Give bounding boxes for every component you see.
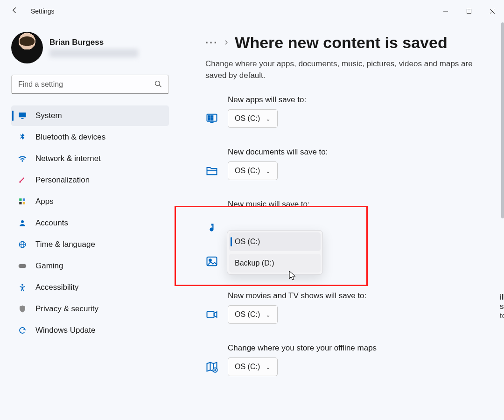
update-icon [18, 326, 27, 335]
svg-rect-19 [209, 119, 210, 120]
page-title: Where new content is saved [235, 34, 447, 52]
bluetooth-icon [18, 133, 27, 142]
svg-rect-6 [19, 198, 21, 201]
svg-rect-8 [19, 202, 21, 204]
svg-rect-20 [211, 119, 213, 120]
close-button[interactable] [481, 3, 504, 20]
search-input[interactable] [11, 75, 169, 94]
sidebar-item-label: Windows Update [35, 326, 96, 335]
combo-docs-drive[interactable]: OS (C:) ⌄ [228, 161, 278, 180]
video-icon [205, 308, 218, 321]
sidebar-item-label: Privacy & security [35, 304, 98, 314]
svg-rect-4 [19, 112, 26, 117]
combo-apps-drive[interactable]: OS (C:) ⌄ [228, 109, 278, 128]
setting-label: New documents will save to: [228, 147, 328, 157]
sidebar-item-bluetooth[interactable]: Bluetooth & devices [11, 127, 169, 147]
setting-label: New apps will save to: [228, 95, 306, 105]
apps-storage-icon [205, 112, 218, 125]
svg-rect-1 [467, 9, 471, 14]
svg-point-15 [21, 284, 23, 286]
sidebar-item-privacy[interactable]: Privacy & security [11, 299, 169, 319]
combo-value: OS (C:) [235, 310, 260, 319]
shield-icon [18, 304, 27, 314]
page-description: Change where your apps, documents, music… [205, 58, 476, 81]
svg-rect-5 [21, 118, 24, 119]
brush-icon [18, 175, 27, 185]
svg-rect-18 [211, 116, 213, 118]
combo-music-dropdown[interactable]: OS (C:) Backup (D:) [227, 230, 323, 275]
sidebar-item-accessibility[interactable]: Accessibility [11, 277, 169, 298]
setting-new-documents: New documents will save to: OS (C:) ⌄ [205, 147, 492, 180]
folder-icon [205, 164, 218, 177]
sidebar-item-label: Time & language [35, 240, 95, 249]
sidebar-item-accounts[interactable]: Accounts [11, 213, 169, 233]
svg-rect-7 [23, 198, 25, 201]
svg-rect-9 [23, 202, 25, 204]
music-note-icon [205, 222, 218, 235]
search-icon [154, 80, 162, 90]
svg-rect-17 [209, 116, 210, 118]
profile-email-blurred [49, 49, 138, 57]
profile-block[interactable]: Brian Burgess [11, 32, 169, 63]
picture-icon [205, 255, 218, 268]
sidebar-item-gaming[interactable]: Gaming [11, 256, 169, 276]
setting-new-movies: New movies and TV shows will save to: OS… [205, 291, 492, 324]
svg-point-2 [155, 81, 160, 86]
sidebar-item-label: Personalization [35, 175, 90, 185]
avatar [11, 32, 43, 63]
combo-value: OS (C:) [235, 167, 260, 175]
display-icon [18, 111, 27, 120]
minimize-button[interactable] [434, 3, 457, 20]
setting-label: New music will save to: [228, 200, 310, 209]
wifi-icon [18, 154, 27, 163]
sidebar-item-personalization[interactable]: Personalization [11, 170, 169, 190]
setting-label: Change where you store your offline maps [228, 343, 377, 353]
svg-point-24 [209, 259, 211, 262]
chevron-down-icon: ⌄ [266, 364, 271, 371]
dropdown-option-os-c[interactable]: OS (C:) [229, 232, 321, 251]
maximize-button[interactable] [457, 3, 481, 20]
window-title: Settings [31, 7, 55, 15]
vertical-scrollbar[interactable] [501, 22, 504, 218]
svg-line-3 [159, 85, 161, 87]
back-button[interactable] [8, 4, 21, 19]
person-icon [18, 218, 27, 228]
sidebar-item-label: Accessibility [35, 283, 79, 292]
sidebar-item-label: Bluetooth & devices [35, 133, 105, 142]
chevron-right-icon [224, 38, 229, 48]
chevron-down-icon: ⌄ [266, 311, 271, 318]
option-label: Backup (D:) [235, 259, 274, 267]
apps-icon [18, 197, 27, 206]
chevron-down-icon: ⌄ [266, 168, 271, 175]
breadcrumb-more[interactable]: ··· [205, 37, 218, 49]
svg-point-10 [21, 220, 24, 223]
sidebar-item-label: Gaming [35, 261, 63, 271]
gamepad-icon [18, 261, 27, 271]
map-icon [205, 360, 218, 373]
sidebar-item-label: Apps [35, 197, 54, 206]
setting-new-apps: New apps will save to: OS (C:) ⌄ [205, 95, 492, 128]
setting-label: New movies and TV shows will save to: [228, 291, 366, 301]
accessibility-icon [18, 283, 27, 292]
sidebar-item-time-language[interactable]: Time & language [11, 234, 169, 255]
sidebar-item-label: System [35, 111, 62, 120]
sidebar-item-apps[interactable]: Apps [11, 191, 169, 212]
svg-rect-14 [19, 264, 27, 268]
option-label: OS (C:) [235, 238, 260, 246]
combo-value: OS (C:) [235, 363, 260, 371]
setting-offline-maps: Change where you store your offline maps… [205, 343, 492, 376]
sidebar-item-network[interactable]: Network & internet [11, 148, 169, 169]
globe-icon [18, 240, 27, 249]
sidebar-item-label: Network & internet [35, 154, 101, 163]
sidebar-item-update[interactable]: Windows Update [11, 320, 169, 341]
combo-maps-drive[interactable]: OS (C:) ⌄ [228, 357, 278, 376]
dropdown-option-backup-d[interactable]: Backup (D:) [229, 254, 321, 273]
chevron-down-icon: ⌄ [266, 115, 271, 122]
profile-name: Brian Burgess [49, 38, 138, 47]
setting-label-photos-partial: ill save to: [500, 293, 504, 321]
svg-rect-25 [207, 311, 214, 318]
combo-movies-drive[interactable]: OS (C:) ⌄ [228, 305, 278, 324]
sidebar-item-system[interactable]: System [11, 105, 169, 126]
combo-value: OS (C:) [235, 114, 260, 123]
sidebar-item-label: Accounts [35, 218, 68, 228]
